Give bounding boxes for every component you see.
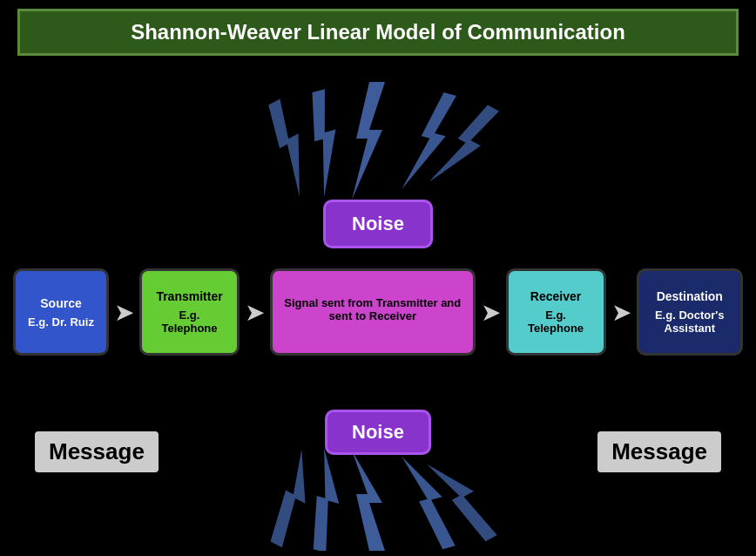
transmitter-box: Transmitter E.g. Telephone [139, 268, 240, 356]
svg-marker-1 [297, 89, 352, 197]
title-bar: Shannon-Weaver Linear Model of Communica… [17, 9, 739, 56]
destination-subtitle: E.g. Doctor's Assistant [648, 309, 732, 335]
destination-title: Destination [657, 289, 723, 303]
svg-marker-2 [402, 88, 456, 196]
main-area: Noise Source E.g. Dr. Ruiz ➤ Transmitter… [0, 64, 756, 556]
top-lightning-icon [256, 73, 500, 204]
destination-box: Destination E.g. Doctor's Assistant [637, 268, 743, 356]
transmitter-title: Transmitter [156, 289, 222, 303]
signal-box: Signal sent from Transmitter and sent to… [270, 268, 476, 356]
flow-row: Source E.g. Dr. Ruiz ➤ Transmitter E.g. … [0, 268, 756, 356]
message-right: Message [597, 431, 721, 472]
receiver-box: Receiver E.g. Telephone [506, 268, 606, 356]
receiver-subtitle: E.g. Telephone [517, 309, 595, 335]
source-title: Source [40, 296, 81, 310]
message-left: Message [35, 431, 159, 472]
arrow-2: ➤ [245, 298, 265, 327]
svg-marker-7 [402, 449, 456, 551]
svg-marker-5 [352, 451, 385, 551]
page-title: Shannon-Weaver Linear Model of Communica… [37, 20, 719, 44]
svg-marker-6 [298, 448, 352, 551]
source-box: Source E.g. Dr. Ruiz [13, 268, 109, 356]
arrow-4: ➤ [611, 298, 631, 327]
svg-marker-0 [352, 82, 385, 200]
receiver-title: Receiver [530, 289, 581, 303]
noise-top-label: Noise [352, 213, 404, 234]
bottom-lightning-icon [256, 446, 500, 551]
arrow-3: ➤ [481, 298, 501, 327]
noise-top-box: Noise [323, 200, 433, 248]
source-subtitle: E.g. Dr. Ruiz [28, 315, 94, 329]
arrow-1: ➤ [114, 298, 134, 327]
noise-bottom-label: Noise [352, 421, 404, 443]
transmitter-subtitle: E.g. Telephone [151, 309, 228, 335]
signal-title: Signal sent from Transmitter and sent to… [281, 296, 464, 322]
